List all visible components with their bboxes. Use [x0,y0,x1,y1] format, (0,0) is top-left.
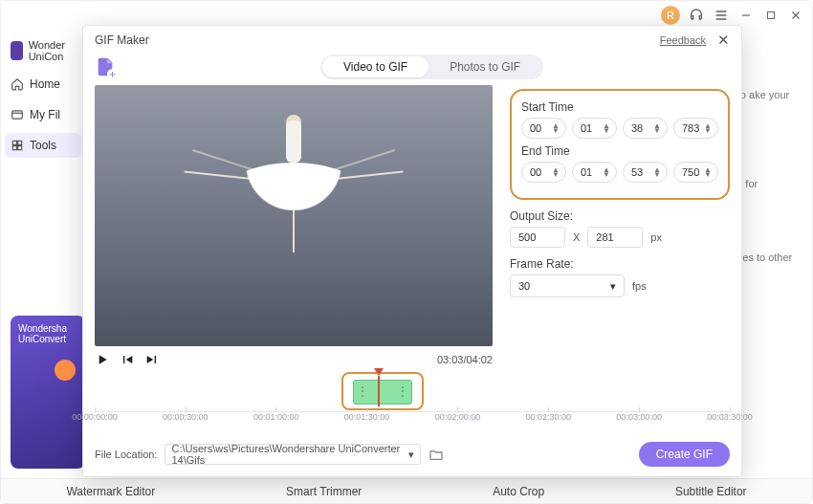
end-mm-stepper[interactable]: 01▲▼ [572,162,617,183]
video-preview[interactable] [95,85,493,346]
end-ms-stepper[interactable]: 750▲▼ [673,162,718,183]
output-size-row: 500 X 281 px [510,227,730,248]
tab-video-to-gif[interactable]: Video to GIF [322,56,428,77]
file-location-path: C:\Users\ws\Pictures\Wondershare UniConv… [171,443,408,466]
tool-link[interactable]: Watermark Editor [66,485,155,498]
timeline-playhead-handle[interactable] [374,368,384,376]
player-time: 03:03/04:02 [437,354,493,365]
sidebar-item-files[interactable]: My Fil [5,102,81,127]
framerate-row: 30 ▾ fps [510,274,730,297]
modal-close-icon[interactable]: ✕ [717,32,730,49]
svg-rect-1 [12,111,23,119]
framerate-select[interactable]: 30 ▾ [510,274,625,297]
timeline-ruler: 00:00:00:0000:00:30:0000:01:00:0000:01:3… [95,411,730,430]
sidebar-item-home[interactable]: Home [5,72,81,97]
add-file-icon[interactable]: ＋ [95,56,116,77]
minimize-icon[interactable] [737,7,755,24]
tool-link[interactable]: Subtitle Editor [675,485,747,498]
play-icon[interactable] [95,352,110,367]
prev-frame-icon[interactable] [120,352,135,367]
promo-line: Wondersha [18,323,77,334]
start-time-row: 00▲▼ 01▲▼ 38▲▼ 783▲▼ [521,118,718,139]
chevron-down-icon: ▾ [408,449,414,461]
output-width-input[interactable]: 500 [510,227,565,248]
end-time-label: End Time [521,144,718,158]
time-range-box: Start Time 00▲▼ 01▲▼ 38▲▼ 783▲▼ End Time… [510,89,730,200]
mode-segmented: Video to GIF Photos to GIF [320,55,543,79]
sidebar-item-label: Home [30,77,60,91]
timeline-tick: 00:02:30:00 [526,412,572,422]
app-logo: Wonder UniCon [5,35,81,66]
timeline-tick: 00:02:00:00 [435,412,481,422]
timeline-track[interactable] [95,375,730,409]
create-gif-button[interactable]: Create GIF [639,442,730,467]
file-location-select[interactable]: C:\Users\ws\Pictures\Wondershare UniConv… [165,444,421,465]
output-size-label: Output Size: [510,209,730,223]
files-icon [11,108,24,121]
timeline-tick: 00:01:00:00 [253,412,299,422]
start-mm-stepper[interactable]: 01▲▼ [572,118,617,139]
svg-rect-5 [18,146,22,150]
open-folder-icon[interactable] [428,447,444,462]
work-area: 03:03/04:02 Start Time 00▲▼ 01▲▼ 38▲▼ 78… [83,85,741,373]
timeline-tick: 00:03:00:00 [616,412,662,422]
px-label: px [650,231,662,243]
svg-rect-4 [12,146,16,150]
tab-photos-to-gif[interactable]: Photos to GIF [428,56,541,77]
promo-card[interactable]: Wondersha UniConvert [11,316,85,469]
timeline-tick: 00:00:00:00 [72,412,118,422]
promo-dot [55,360,76,381]
timeline-tick: 00:01:30:00 [344,412,390,422]
timeline-tick: 00:03:30:00 [707,412,753,422]
tool-link[interactable]: Auto Crop [493,485,544,498]
timeline-tick: 00:00:30:00 [163,412,209,422]
svg-rect-0 [768,12,775,19]
output-height-input[interactable]: 281 [587,227,643,248]
sidebar-item-label: Tools [30,139,56,152]
tool-link[interactable]: Smart Trimmer [286,485,362,498]
segmented-row: ＋ Video to GIF Photos to GIF [83,55,741,85]
timeline: 00:00:00:0000:00:30:0000:01:00:0000:01:3… [83,373,741,436]
avatar[interactable]: R [661,6,680,25]
end-time-row: 00▲▼ 01▲▼ 53▲▼ 750▲▼ [521,162,718,183]
home-icon [11,77,24,91]
framerate-label: Frame Rate: [510,257,730,271]
gif-maker-modal: GIF Maker Feedback ✕ ＋ Video to GIF Phot… [82,25,742,477]
modal-header: GIF Maker Feedback ✕ [83,26,741,55]
app-logo-mark [11,41,23,60]
modal-footer: File Location: C:\Users\ws\Pictures\Wond… [83,436,741,476]
video-frame-art [231,168,356,252]
close-icon[interactable] [787,7,804,24]
sidebar-item-tools[interactable]: Tools [5,133,81,158]
tools-row: Watermark Editor Smart Trimmer Auto Crop… [1,478,812,503]
modal-title: GIF Maker [95,33,149,47]
maximize-icon[interactable] [762,7,780,24]
tools-icon [11,139,24,152]
video-column: 03:03/04:02 [95,85,493,373]
promo-line: UniConvert [18,334,77,344]
chevron-down-icon: ▾ [610,280,616,293]
svg-rect-3 [18,142,22,145]
start-ms-stepper[interactable]: 783▲▼ [673,118,718,139]
end-ss-stepper[interactable]: 53▲▼ [623,162,668,183]
fps-label: fps [632,280,647,292]
feedback-link[interactable]: Feedback [660,34,706,46]
start-hh-stepper[interactable]: 00▲▼ [521,118,566,139]
headset-icon[interactable] [688,7,705,24]
start-ss-stepper[interactable]: 38▲▼ [623,118,668,139]
svg-rect-2 [12,142,16,145]
file-location-label: File Location: [95,449,157,460]
end-hh-stepper[interactable]: 00▲▼ [521,162,566,183]
x-label: X [573,231,580,243]
start-time-label: Start Time [521,100,718,114]
sidebar-item-label: My Fil [30,108,60,121]
menu-icon[interactable] [713,7,730,24]
next-frame-icon[interactable] [144,352,160,367]
app-brand-text: Wonder UniCon [29,39,76,62]
player-controls: 03:03/04:02 [95,346,493,373]
settings-column: Start Time 00▲▼ 01▲▼ 38▲▼ 783▲▼ End Time… [510,85,730,373]
timeline-playhead-line [378,376,380,406]
timeline-selection[interactable] [353,380,412,405]
